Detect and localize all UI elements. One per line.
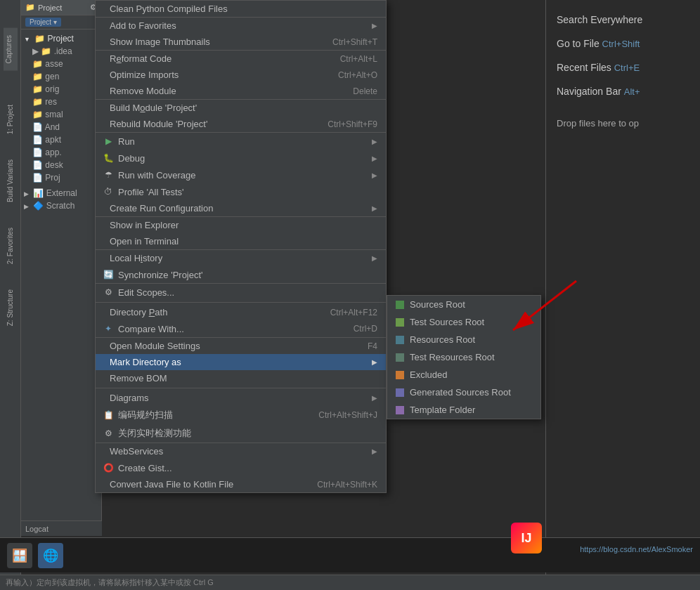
menu-optimize-imports[interactable]: Optimize Imports Ctrl+Alt+O	[96, 67, 386, 83]
separator-1	[96, 302, 386, 303]
menu-show-thumbnails[interactable]: Show Image Thumbnails Ctrl+Shift+T	[96, 34, 386, 51]
structure-tab[interactable]: Z: Structure	[5, 284, 15, 332]
submenu-test-sources-root[interactable]: Test Sources Root	[387, 313, 540, 331]
menu-encoding-scan[interactable]: 📋 编码规约扫描 Ctrl+Alt+Shift+J	[96, 406, 386, 424]
template-folder-icon	[396, 406, 404, 414]
menu-show-explorer[interactable]: Show in Explorer	[96, 217, 386, 233]
submenu-arrow-history: ▶	[372, 254, 377, 262]
tree-item-and[interactable]: 📄 And	[21, 121, 101, 133]
test-sources-root-icon	[396, 318, 404, 327]
tree-item-gen[interactable]: 📁 gen	[21, 70, 101, 83]
drop-zone-text: Drop files here to op	[557, 118, 639, 129]
logcat-panel[interactable]: Logcat	[21, 520, 102, 536]
menu-convert-kotlin[interactable]: Convert Java File to Kotlin File Ctrl+Al…	[96, 476, 386, 492]
submenu-arrow-run-config: ▶	[372, 204, 377, 212]
build-variants-tab[interactable]: Build Variants	[5, 154, 15, 208]
tree-item-res[interactable]: 📁 res	[21, 96, 101, 108]
generated-sources-label: Generated Sources Root	[410, 387, 511, 398]
hint-text: 再输入）定向到该虚拟机，请将鼠标指针移入某中或按 Ctrl G	[6, 577, 214, 588]
status-url: https://blog.csdn.net/AlexSmoker	[576, 545, 696, 553]
menu-synchronize[interactable]: 🔄 Synchronize 'Project'	[96, 266, 386, 284]
tree-item-desk[interactable]: 📄 desk	[21, 159, 101, 171]
submenu-arrow-mark: ▶	[372, 358, 377, 366]
compare-icon: ✦	[103, 323, 114, 334]
submenu-sources-root[interactable]: Sources Root	[387, 296, 540, 313]
template-folder-label: Template Folder	[410, 405, 475, 415]
project-side-tab[interactable]: 1: Project	[5, 99, 15, 140]
recent-files-shortcut: Ctrl+E	[614, 63, 640, 73]
search-everywhere-label: Search Everywhere	[557, 14, 642, 25]
menu-local-history[interactable]: Local History ▶	[96, 250, 386, 266]
menu-create-gist[interactable]: ⭕ Create Gist...	[96, 459, 386, 476]
generated-sources-icon	[396, 388, 404, 397]
submenu-arrow-debug: ▶	[372, 155, 377, 162]
submenu-template-folder[interactable]: Template Folder	[387, 401, 540, 419]
menu-edit-scopes[interactable]: ⚙ Edit Scopes...	[96, 284, 386, 301]
menu-remove-bom[interactable]: Remove BOM	[96, 370, 386, 386]
tree-item-idea[interactable]: ▶ 📁 .idea	[21, 45, 101, 58]
tree-item-app[interactable]: 📄 app.	[21, 146, 101, 159]
captures-tab[interactable]: Captures	[4, 28, 18, 71]
tree-root[interactable]: ▼ 📁 Project	[21, 32, 101, 45]
submenu-generated-sources[interactable]: Generated Sources Root	[387, 383, 540, 401]
submenu-arrow-diagrams: ▶	[372, 394, 377, 402]
menu-debug[interactable]: 🐛 Debug ▶	[96, 150, 386, 166]
menu-create-run-config[interactable]: Create Run Configuration ▶	[96, 200, 386, 217]
menu-mark-directory[interactable]: Mark Directory as ▶	[96, 354, 386, 370]
menu-open-terminal[interactable]: Open in Terminal	[96, 233, 386, 250]
project-panel-title: Project	[38, 4, 62, 12]
submenu-arrow-ws: ▶	[372, 447, 377, 455]
menu-build-module[interactable]: Build Module 'Project'	[96, 100, 386, 116]
debug-icon: 🐛	[103, 152, 114, 164]
tree-item-proj[interactable]: 📄 Proj	[21, 171, 101, 184]
submenu-resources-root[interactable]: Resources Root	[387, 331, 540, 348]
mark-directory-submenu: Sources Root Test Sources Root Resources…	[387, 295, 541, 419]
search-everywhere-item[interactable]: Search Everywhere	[557, 14, 689, 25]
scope-icon: ⚙	[103, 287, 114, 298]
menu-webservices[interactable]: WebServices ▶	[96, 443, 386, 459]
menu-run-coverage[interactable]: ☂ Run with Coverage ▶	[96, 166, 386, 183]
tree-item-apkt[interactable]: 📄 apkt	[21, 133, 101, 146]
navigation-bar-shortcut: Alt+	[624, 86, 640, 97]
go-to-file-item[interactable]: Go to File Ctrl+Shift	[557, 38, 689, 49]
recent-files-item[interactable]: Recent Files Ctrl+E	[557, 62, 689, 73]
intellij-taskbar-icon[interactable]: IJ	[511, 523, 542, 553]
submenu-test-resources-root[interactable]: Test Resources Root	[387, 348, 540, 366]
windows-start-icon[interactable]: 🪟	[7, 543, 32, 568]
navigation-bar-label: Navigation Bar	[557, 86, 624, 97]
menu-clean-python[interactable]: Clean Python Compiled Files	[96, 1, 386, 18]
tree-external[interactable]: ▶ 📊 External	[21, 187, 101, 199]
encoding-icon: 📋	[103, 409, 114, 421]
excluded-label: Excluded	[410, 369, 447, 380]
tree-scratch[interactable]: ▶ 🔷 Scratch	[21, 199, 101, 212]
logcat-label: Logcat	[25, 525, 48, 533]
project-panel-header: 📁 Project ⚙	[21, 0, 101, 15]
menu-diagrams[interactable]: Diagrams ▶	[96, 390, 386, 406]
menu-reformat[interactable]: Reformat Code Ctrl+Alt+L	[96, 51, 386, 67]
menu-run[interactable]: ▶ Run ▶	[96, 133, 386, 150]
menu-compare-with[interactable]: ✦ Compare With... Ctrl+D	[96, 320, 386, 338]
menu-remove-module[interactable]: Remove Module Delete	[96, 83, 386, 100]
project-tab[interactable]: Project ▾	[25, 18, 61, 27]
menu-profile[interactable]: ⏱ Profile 'All Tests'	[96, 183, 386, 200]
menu-rebuild-module[interactable]: Rebuild Module 'Project' Ctrl+Shift+F9	[96, 116, 386, 133]
go-to-file-shortcut: Ctrl+Shift	[602, 39, 640, 49]
ie-icon[interactable]: 🌐	[38, 543, 63, 568]
run-icon: ▶	[103, 136, 114, 147]
favorites-tab[interactable]: 2: Favorites	[5, 222, 15, 270]
menu-close-detection[interactable]: ⚙ 关闭实时检测功能	[96, 424, 386, 443]
menu-add-favorites[interactable]: Add to Favorites ▶	[96, 18, 386, 34]
separator-2	[96, 388, 386, 388]
github-icon: ⭕	[103, 462, 114, 473]
coverage-icon: ☂	[103, 169, 114, 181]
hint-bar: 再输入）定向到该虚拟机，请将鼠标指针移入某中或按 Ctrl G	[0, 575, 700, 590]
context-menu: Clean Python Compiled Files Add to Favor…	[95, 0, 387, 493]
menu-directory-path[interactable]: Directory Path Ctrl+Alt+F12	[96, 304, 386, 320]
menu-open-module-settings[interactable]: Open Module Settings F4	[96, 338, 386, 354]
navigation-bar-item[interactable]: Navigation Bar Alt+	[557, 86, 689, 97]
tree-item-smal[interactable]: 📁 smal	[21, 108, 101, 121]
test-resources-root-icon	[396, 353, 404, 362]
tree-item-orig[interactable]: 📁 orig	[21, 83, 101, 96]
submenu-excluded[interactable]: Excluded	[387, 366, 540, 383]
tree-item-asse[interactable]: 📁 asse	[21, 58, 101, 70]
